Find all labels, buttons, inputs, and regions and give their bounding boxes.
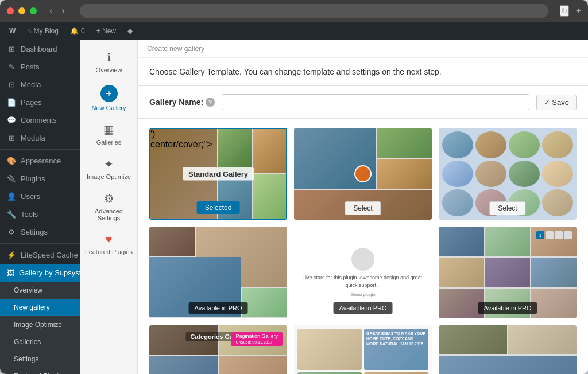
submenu-new-gallery[interactable]: New gallery <box>0 299 80 316</box>
sidebar-label-plugins: Plugins <box>21 174 45 183</box>
psi-galleries[interactable]: ▦ Galleries <box>80 118 137 150</box>
submenu-galleries-label: Galleries <box>14 338 41 346</box>
submenu-image-optimize[interactable]: Image Optimize <box>0 316 80 333</box>
template-cell <box>377 128 432 158</box>
submenu-settings[interactable]: Settings <box>0 350 80 368</box>
template-mosaic[interactable]: Select <box>294 128 432 220</box>
selected-badge: Selected <box>197 201 240 214</box>
psi-image-optimize[interactable]: ✦ Image Optimize <box>80 153 137 185</box>
sidebar-label-dashboard: Dashboard <box>21 45 57 53</box>
forward-button[interactable]: › <box>58 5 68 17</box>
updates-item[interactable]: 🔔 0 <box>65 22 90 40</box>
psi-featured-plugins[interactable]: ♥ Featured Plugins <box>80 228 137 260</box>
breadcrumb: Create new gallery <box>138 40 588 58</box>
refresh-button[interactable]: ↻ <box>560 5 569 17</box>
gallery-header-text: Choose Gallery Template. You can change … <box>149 67 442 76</box>
site-name-item[interactable]: ⌂ My Blog <box>22 22 63 40</box>
gallery-icon: 🖼 <box>7 268 14 277</box>
appearance-icon: 🎨 <box>7 157 16 165</box>
psi-new-gallery[interactable]: + New Gallery <box>80 80 137 116</box>
sidebar-label-gallery: Gallery by Supsystic <box>19 268 80 277</box>
minimize-button[interactable] <box>18 7 25 14</box>
template-circles[interactable]: Select <box>439 128 577 220</box>
template-landscape[interactable]: Available in PRO <box>439 325 577 374</box>
template-cell <box>439 258 484 287</box>
diamond-icon: ◆ <box>127 27 133 35</box>
template-cell <box>439 356 577 374</box>
save-button[interactable]: ✓ Save <box>536 95 577 110</box>
new-item[interactable]: + New <box>92 22 121 40</box>
sidebar-item-comments[interactable]: 💬 Comments <box>0 111 80 129</box>
template-cell <box>439 227 484 256</box>
psi-new-gallery-label: New Gallery <box>92 104 126 111</box>
templates-grid: ') center/cover;"> Standard Gallery Sele… <box>138 119 588 374</box>
modula-icon: ⊞ <box>7 134 16 142</box>
dashboard-icon: ⊞ <box>7 45 16 53</box>
litespeed-icon: ⚡ <box>7 251 16 259</box>
template-cell <box>253 129 286 173</box>
sidebar-item-media[interactable]: ⊡ Media <box>0 76 80 94</box>
close-button[interactable] <box>7 7 14 14</box>
template-categories[interactable]: Categories Gallery Pagination GalleryCre… <box>149 325 287 374</box>
maximize-button[interactable] <box>30 7 37 14</box>
submenu-featured-plugins[interactable]: Featured Plugins <box>0 368 80 374</box>
template-standard[interactable]: ') center/cover;"> Standard Gallery Sele… <box>149 128 287 220</box>
plugin-sidebar: ℹ Overview + New Gallery ▦ Galleries ✦ I… <box>80 40 138 374</box>
template-cell <box>149 356 218 374</box>
sidebar-item-posts[interactable]: ✎ Posts <box>0 58 80 76</box>
submenu-overview[interactable]: Overview <box>0 282 80 299</box>
plugins-icon: 🔌 <box>7 174 16 183</box>
template-pagination[interactable]: 1 › Available in PRO <box>439 227 577 318</box>
page-dot-1: 1 <box>536 231 544 239</box>
psi-advanced-settings-label: Advanced Settings <box>84 208 134 221</box>
psi-advanced-settings[interactable]: ⚙ Advanced Settings <box>80 187 137 226</box>
sidebar-item-plugins[interactable]: 🔌 Plugins <box>0 170 80 188</box>
template-portfolio[interactable]: Available in PRO <box>149 227 287 318</box>
left-sidebar: ⊞ Dashboard ✎ Posts ⊡ Media 📄 Pages 💬 Co… <box>0 40 80 374</box>
submenu-overview-label: Overview <box>14 286 42 294</box>
wp-logo-item[interactable]: W <box>5 22 20 40</box>
select-overlay-mosaic: Select <box>345 201 381 215</box>
template-cell <box>297 329 362 370</box>
sidebar-item-users[interactable]: 👤 Users <box>0 188 80 205</box>
review-text: Five stars for this plugin. Awesome desi… <box>301 274 425 289</box>
sidebar-divider-1 <box>0 149 80 150</box>
sidebar-item-appearance[interactable]: 🎨 Appearance <box>0 152 80 170</box>
select-btn-mosaic[interactable]: Select <box>345 201 381 215</box>
template-cell <box>219 356 287 374</box>
sidebar-item-tools[interactable]: 🔧 Tools <box>0 205 80 223</box>
sidebar-item-settings[interactable]: ⚙ Settings <box>0 223 80 241</box>
wp-admin-bar: W ⌂ My Blog 🔔 0 + New ◆ <box>0 22 588 40</box>
help-icon[interactable]: ? <box>206 98 215 107</box>
circle-cell <box>475 161 506 188</box>
template-review[interactable]: Five stars for this plugin. Awesome desi… <box>294 227 432 318</box>
diamond-item[interactable]: ◆ <box>123 22 137 40</box>
new-gallery-circle-icon: + <box>100 85 118 102</box>
template-cell <box>439 289 484 318</box>
submenu-settings-label: Settings <box>14 355 38 363</box>
sidebar-item-pages[interactable]: 📄 Pages <box>0 94 80 111</box>
gallery-name-label: Gallery Name: ? <box>149 98 215 107</box>
gallery-name-input[interactable] <box>222 94 529 110</box>
address-bar[interactable] <box>80 4 548 18</box>
new-label: + New <box>96 27 116 35</box>
page-dot-3 <box>555 231 563 239</box>
new-tab-button[interactable]: + <box>576 6 581 16</box>
submenu-galleries[interactable]: Galleries <box>0 333 80 350</box>
circle-cell <box>442 131 473 158</box>
sidebar-item-dashboard[interactable]: ⊞ Dashboard <box>0 40 80 58</box>
content-area: Create new gallery Choose Gallery Templa… <box>138 40 588 374</box>
sidebar-label-users: Users <box>21 192 40 201</box>
template-review2[interactable]: GREAT IDEAS TO MAKE YOUR HOME CUTE, COZY… <box>294 325 432 374</box>
sidebar-item-modula[interactable]: ⊞ Modula <box>0 129 80 147</box>
psi-overview[interactable]: ℹ Overview <box>80 46 137 78</box>
back-button[interactable]: ‹ <box>46 5 56 17</box>
sidebar-item-gallery[interactable]: 🖼 Gallery by Supsystic <box>0 264 80 282</box>
sidebar-item-litespeed[interactable]: ⚡ LiteSpeed Cache <box>0 246 80 264</box>
pro-badge-review: Available in PRO <box>334 302 393 314</box>
media-icon: ⊡ <box>7 80 16 89</box>
template-cell <box>253 174 286 219</box>
template-cell <box>531 289 577 318</box>
review-avatar <box>351 248 374 271</box>
select-btn-circles[interactable]: Select <box>489 201 525 215</box>
